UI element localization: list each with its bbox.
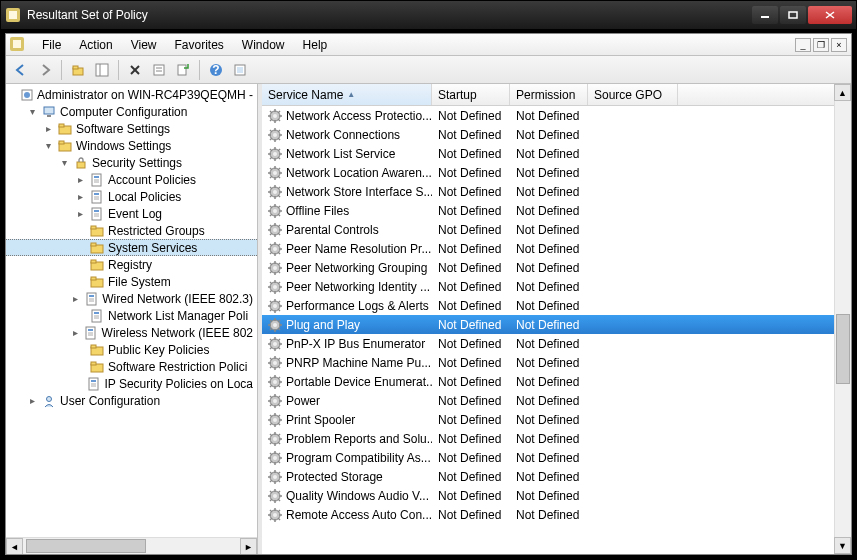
- tree-item[interactable]: ▸Wireless Network (IEEE 802: [6, 324, 257, 341]
- tree[interactable]: Administrator on WIN-RC4P39QEQMH -▾Compu…: [6, 84, 257, 537]
- column-header-startup[interactable]: Startup: [432, 84, 510, 105]
- forward-button[interactable]: [34, 59, 56, 81]
- gear-icon: [268, 280, 282, 294]
- list-row[interactable]: Protected StorageNot DefinedNot Defined: [262, 467, 851, 486]
- menu-action[interactable]: Action: [71, 36, 120, 54]
- up-button[interactable]: [67, 59, 89, 81]
- expand-collapse-icon[interactable]: ▸: [42, 123, 54, 134]
- list-row[interactable]: Parental ControlsNot DefinedNot Defined: [262, 220, 851, 239]
- expand-collapse-icon[interactable]: ▾: [58, 157, 70, 168]
- tree-item[interactable]: Network List Manager Poli: [6, 307, 257, 324]
- tree-item[interactable]: ▸Local Policies: [6, 188, 257, 205]
- expand-collapse-icon[interactable]: ▾: [26, 106, 38, 117]
- tree-hscrollbar[interactable]: ◄ ►: [6, 537, 257, 554]
- tree-item-label: Administrator on WIN-RC4P39QEQMH -: [37, 88, 253, 102]
- tree-item[interactable]: ▸User Configuration: [6, 392, 257, 409]
- tree-item[interactable]: Restricted Groups: [6, 222, 257, 239]
- tree-item[interactable]: Administrator on WIN-RC4P39QEQMH -: [6, 86, 257, 103]
- delete-button[interactable]: [124, 59, 146, 81]
- list-row[interactable]: Portable Device Enumerat...Not DefinedNo…: [262, 372, 851, 391]
- menu-view[interactable]: View: [123, 36, 165, 54]
- tree-item[interactable]: IP Security Policies on Loca: [6, 375, 257, 392]
- scroll-up-button[interactable]: ▲: [834, 84, 851, 101]
- list-row[interactable]: Peer Networking Identity ...Not DefinedN…: [262, 277, 851, 296]
- cell-service-name: Program Compatibility As...: [262, 451, 432, 465]
- svg-rect-64: [91, 345, 96, 348]
- tree-item[interactable]: System Services: [6, 239, 257, 256]
- show-hide-tree-button[interactable]: [91, 59, 113, 81]
- scroll-right-button[interactable]: ►: [240, 538, 257, 554]
- properties-button[interactable]: [148, 59, 170, 81]
- mdi-restore-button[interactable]: ❐: [813, 38, 829, 52]
- back-button[interactable]: [10, 59, 32, 81]
- list-row[interactable]: Program Compatibility As...Not DefinedNo…: [262, 448, 851, 467]
- minimize-button[interactable]: [752, 6, 778, 24]
- list-row[interactable]: Peer Name Resolution Pr...Not DefinedNot…: [262, 239, 851, 258]
- expand-collapse-icon[interactable]: ▸: [69, 327, 80, 338]
- list-row[interactable]: Print SpoolerNot DefinedNot Defined: [262, 410, 851, 429]
- tree-item[interactable]: ▾Windows Settings: [6, 137, 257, 154]
- tree-item[interactable]: File System: [6, 273, 257, 290]
- expand-collapse-icon[interactable]: ▸: [74, 174, 86, 185]
- expand-collapse-icon[interactable]: ▸: [70, 293, 81, 304]
- scroll-down-button[interactable]: ▼: [834, 537, 851, 554]
- sort-asc-icon: ▲: [347, 90, 355, 99]
- maximize-button[interactable]: [780, 6, 806, 24]
- tree-item[interactable]: ▾Security Settings: [6, 154, 257, 171]
- list-row[interactable]: Problem Reports and Solu...Not DefinedNo…: [262, 429, 851, 448]
- tree-item[interactable]: ▸Wired Network (IEEE 802.3): [6, 290, 257, 307]
- list-row[interactable]: PnP-X IP Bus EnumeratorNot DefinedNot De…: [262, 334, 851, 353]
- tree-item[interactable]: Public Key Policies: [6, 341, 257, 358]
- scroll-thumb[interactable]: [26, 539, 146, 553]
- cell-permission: Not Defined: [510, 356, 588, 370]
- list-row[interactable]: Offline FilesNot DefinedNot Defined: [262, 201, 851, 220]
- gear-icon: [268, 508, 282, 522]
- expand-collapse-icon[interactable]: ▸: [74, 208, 86, 219]
- expand-collapse-icon[interactable]: ▸: [74, 191, 86, 202]
- list-body[interactable]: Network Access Protectio...Not DefinedNo…: [262, 106, 851, 554]
- menu-file[interactable]: File: [34, 36, 69, 54]
- list-row[interactable]: Network ConnectionsNot DefinedNot Define…: [262, 125, 851, 144]
- menu-window[interactable]: Window: [234, 36, 293, 54]
- tree-item[interactable]: Registry: [6, 256, 257, 273]
- tree-item[interactable]: ▸Event Log: [6, 205, 257, 222]
- list-row[interactable]: Performance Logs & AlertsNot DefinedNot …: [262, 296, 851, 315]
- list-row[interactable]: PNRP Machine Name Pu...Not DefinedNot De…: [262, 353, 851, 372]
- cell-service-name: Power: [262, 394, 432, 408]
- tree-item[interactable]: Software Restriction Polici: [6, 358, 257, 375]
- list-row[interactable]: PowerNot DefinedNot Defined: [262, 391, 851, 410]
- column-header-permission[interactable]: Permission: [510, 84, 588, 105]
- list-row[interactable]: Remote Access Auto Con...Not DefinedNot …: [262, 505, 851, 524]
- expand-collapse-icon[interactable]: ▸: [26, 395, 38, 406]
- column-header-source-gpo[interactable]: Source GPO: [588, 84, 678, 105]
- svg-line-258: [270, 453, 272, 455]
- tree-item[interactable]: ▸Software Settings: [6, 120, 257, 137]
- list-vscrollbar[interactable]: ▲ ▼: [834, 84, 851, 554]
- list-row[interactable]: Quality Windows Audio V...Not DefinedNot…: [262, 486, 851, 505]
- gear-icon: [268, 451, 282, 465]
- menu-favorites[interactable]: Favorites: [167, 36, 232, 54]
- help-button[interactable]: ?: [205, 59, 227, 81]
- list-row[interactable]: Network Store Interface S...Not DefinedN…: [262, 182, 851, 201]
- export-button[interactable]: [172, 59, 194, 81]
- titlebar[interactable]: Resultant Set of Policy: [1, 1, 856, 29]
- list-row[interactable]: Network List ServiceNot DefinedNot Defin…: [262, 144, 851, 163]
- list-row[interactable]: Plug and PlayNot DefinedNot Defined: [262, 315, 851, 334]
- menu-help[interactable]: Help: [295, 36, 336, 54]
- tree-item[interactable]: ▾Computer Configuration: [6, 103, 257, 120]
- close-button[interactable]: [808, 6, 852, 24]
- svg-line-158: [270, 263, 272, 265]
- list-row[interactable]: Peer Networking GroupingNot DefinedNot D…: [262, 258, 851, 277]
- folder-icon: [89, 223, 105, 239]
- expand-collapse-icon[interactable]: ▾: [42, 140, 54, 151]
- scroll-left-button[interactable]: ◄: [6, 538, 23, 554]
- column-header-service-name[interactable]: Service Name▲: [262, 84, 432, 105]
- list-row[interactable]: Network Location Awaren...Not DefinedNot…: [262, 163, 851, 182]
- mdi-close-button[interactable]: ×: [831, 38, 847, 52]
- tree-item[interactable]: ▸Account Policies: [6, 171, 257, 188]
- refresh-button[interactable]: [229, 59, 251, 81]
- scroll-thumb[interactable]: [836, 314, 850, 384]
- mdi-minimize-button[interactable]: _: [795, 38, 811, 52]
- list-row[interactable]: Network Access Protectio...Not DefinedNo…: [262, 106, 851, 125]
- tree-item-label: Restricted Groups: [108, 224, 205, 238]
